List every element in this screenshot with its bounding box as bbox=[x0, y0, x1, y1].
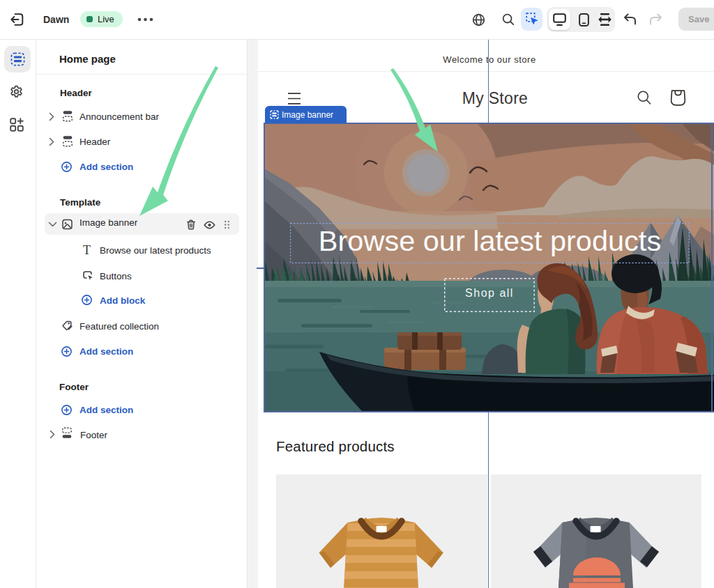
svg-text:T: T bbox=[83, 245, 91, 256]
